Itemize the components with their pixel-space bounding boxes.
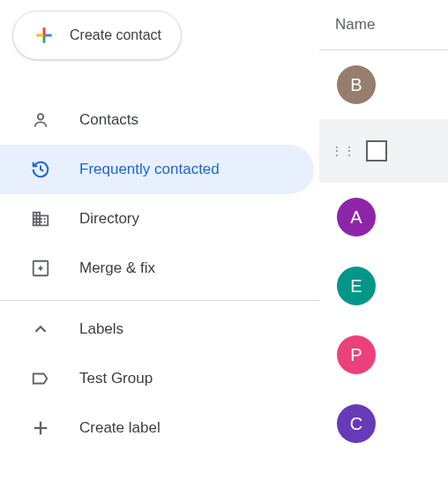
avatar: E bbox=[337, 267, 376, 305]
nav-label: Contacts bbox=[79, 111, 138, 129]
label-icon bbox=[30, 368, 51, 389]
merge-sparkle-icon bbox=[30, 258, 51, 279]
history-icon bbox=[30, 159, 51, 180]
domain-icon bbox=[30, 208, 51, 229]
nav-section: Contacts Frequently contacted Directory bbox=[0, 60, 319, 453]
nav-label: Directory bbox=[79, 210, 139, 228]
plus-icon bbox=[30, 417, 51, 439]
contact-row[interactable]: C bbox=[319, 389, 448, 458]
contact-row[interactable]: A bbox=[319, 183, 448, 252]
contact-row[interactable]: P bbox=[319, 320, 448, 389]
avatar: A bbox=[337, 198, 376, 237]
nav-frequently-contacted[interactable]: Frequently contacted bbox=[0, 145, 314, 194]
labels-heading[interactable]: Labels bbox=[0, 304, 314, 354]
create-contact-label: Create contact bbox=[70, 27, 161, 43]
labels-heading-label: Labels bbox=[79, 320, 123, 338]
drag-handle-icon[interactable]: ⋮⋮ bbox=[331, 145, 355, 157]
chevron-up-icon bbox=[30, 319, 51, 340]
avatar: B bbox=[337, 65, 376, 104]
create-contact-button[interactable]: Create contact bbox=[12, 11, 182, 60]
contacts-panel: Name B⋮⋮AEPC bbox=[319, 0, 448, 481]
avatar: P bbox=[337, 335, 376, 374]
create-label[interactable]: Create label bbox=[0, 403, 314, 453]
nav-merge-fix[interactable]: Merge & fix bbox=[0, 244, 314, 293]
label-name: Test Group bbox=[79, 370, 153, 387]
nav-directory[interactable]: Directory bbox=[0, 194, 314, 244]
contact-row[interactable]: ⋮⋮ bbox=[319, 119, 448, 183]
nav-label: Merge & fix bbox=[79, 259, 155, 277]
create-label-text: Create label bbox=[79, 419, 161, 437]
contact-checkbox[interactable] bbox=[366, 140, 387, 162]
avatar: C bbox=[337, 404, 376, 443]
column-header-name: Name bbox=[319, 16, 448, 50]
google-plus-icon bbox=[33, 24, 56, 47]
contact-row[interactable]: B bbox=[319, 50, 448, 119]
sidebar: Create contact Contacts Frequently conta… bbox=[0, 0, 319, 481]
nav-contacts[interactable]: Contacts bbox=[0, 95, 314, 145]
contacts-list: B⋮⋮AEPC bbox=[319, 50, 448, 458]
divider bbox=[0, 300, 319, 301]
label-test-group[interactable]: Test Group bbox=[0, 354, 314, 403]
contact-row[interactable]: E bbox=[319, 252, 448, 320]
person-icon bbox=[30, 109, 51, 131]
svg-point-0 bbox=[38, 114, 43, 119]
nav-label: Frequently contacted bbox=[79, 161, 220, 178]
